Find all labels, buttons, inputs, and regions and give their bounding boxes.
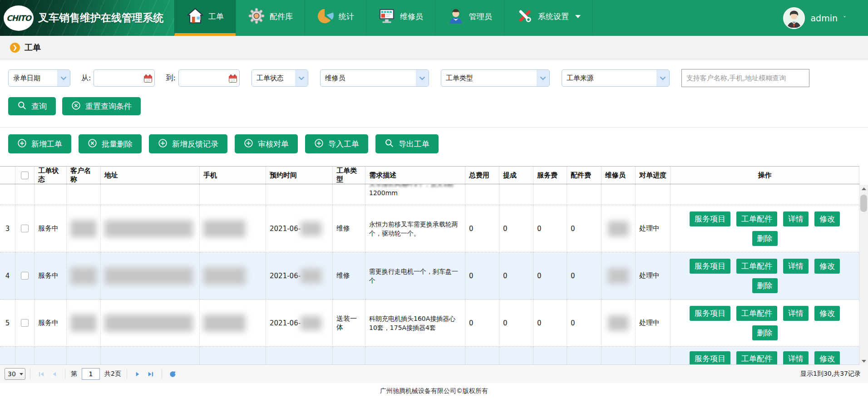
order-parts-button[interactable]: 工单配件 [736, 351, 777, 364]
delete-button[interactable]: 删除 [752, 325, 778, 340]
reset-filters-button[interactable]: 重置查询条件 [62, 97, 141, 115]
brand: CHITO 叉车销售维护在线管理系统 [0, 0, 174, 36]
service-items-button[interactable]: 服务项目 [690, 306, 730, 321]
service-items-button[interactable]: 服务项目 [690, 259, 730, 274]
date-to-input[interactable]: 17 [178, 69, 240, 87]
redacted-blur [203, 314, 246, 332]
header-col-6: 需求描述 [365, 167, 465, 184]
search-button[interactable]: 查询 [8, 97, 56, 115]
next-page-button[interactable] [133, 369, 143, 379]
chevron-down-icon [416, 69, 429, 87]
order-source-select[interactable]: 工单来源 [562, 69, 670, 87]
chevron-down-icon [20, 373, 23, 375]
user-avatar [783, 7, 805, 29]
table-header-row: 工单状态客户名称地址手机预约时间工单类型需求描述总费用提成服务费配件费维修员对单… [0, 166, 859, 184]
chevron-down-icon: ˅ [843, 15, 846, 20]
order-type-select[interactable]: 工单类型 [441, 69, 550, 87]
edit-button[interactable]: 修改 [814, 351, 840, 364]
nav-item-statistics[interactable]: 统计 [305, 0, 366, 36]
prev-page-button[interactable] [49, 369, 59, 379]
nav-item-repairman[interactable]: 维修员 [366, 0, 435, 36]
redacted-blur [70, 220, 97, 237]
batch-delete-button[interactable]: 批量删除 [79, 134, 142, 153]
user-menu[interactable]: admin ˅ [783, 0, 868, 36]
tools-icon [516, 7, 533, 26]
cell-repairman [602, 252, 636, 300]
header-col-3: 手机 [200, 167, 266, 184]
header-row-number [0, 167, 15, 184]
cell-checkbox [15, 300, 35, 347]
cell-operations: 服务项目工单配件详情修改删除 [671, 347, 859, 364]
repairman-select[interactable]: 维修员 [320, 69, 429, 87]
cell-customer-name [67, 184, 101, 205]
header-col-4: 预约时间 [266, 167, 333, 184]
repairman-value: 维修员 [325, 74, 345, 83]
home-icon [187, 7, 204, 26]
scroll-down-arrow[interactable] [859, 357, 868, 365]
import-work-orders-button[interactable]: 导入工单 [305, 134, 368, 153]
select-all-checkbox[interactable] [21, 172, 29, 179]
cell-demand-description: 永恒力前移叉车需更换承载轮两个，驱动轮一个。 [365, 205, 465, 252]
order-parts-button[interactable]: 工单配件 [736, 306, 777, 321]
cell-parts-fee: 0 [567, 205, 602, 252]
cell-appointment-time: 2021-06- [266, 205, 333, 252]
details-button[interactable]: 详情 [783, 259, 809, 274]
edit-button[interactable]: 修改 [814, 211, 840, 226]
row-checkbox[interactable] [21, 319, 29, 327]
page-size-select[interactable]: 30 [5, 368, 25, 380]
vertical-scrollbar[interactable] [859, 185, 868, 365]
details-button[interactable]: 详情 [783, 351, 809, 364]
delete-button[interactable]: 删除 [752, 278, 778, 293]
order-status-select[interactable]: 工单状态 [252, 69, 308, 87]
nav-item-administrator[interactable]: 管理员 [435, 0, 504, 36]
table-row: 服务项目工单配件详情修改删除 [0, 347, 859, 364]
delete-button[interactable]: 删除 [752, 231, 778, 246]
nav-item-system-settings[interactable]: 系统设置 [504, 0, 593, 36]
cell-demand-description: 需更换行走电机一个，刹车盘一个 [365, 252, 465, 300]
details-button[interactable]: 详情 [783, 306, 809, 321]
top-navbar: CHITO 叉车销售维护在线管理系统 工单配件库统计维修员管理员系统设置 adm… [0, 0, 868, 36]
cell-order-type [333, 184, 365, 205]
brand-logo-icon: CHITO [4, 5, 34, 31]
filter-section: 录单日期 从: 17 到: 17 工单状态 维修员 工单类型 工单来源 [0, 59, 868, 115]
cell-address [101, 347, 200, 364]
export-work-orders-button[interactable]: 导出工单 [375, 134, 439, 153]
cell-address [101, 300, 200, 347]
add-feedback-record-button[interactable]: 新增反馈记录 [149, 134, 227, 153]
scrollbar-thumb[interactable] [860, 195, 867, 212]
order-parts-button[interactable]: 工单配件 [736, 259, 777, 274]
details-button[interactable]: 详情 [783, 211, 809, 226]
service-items-button[interactable]: 服务项目 [690, 211, 730, 226]
review-reconcile-button[interactable]: 审核对单 [235, 134, 298, 153]
cell-checkbox [15, 252, 35, 300]
refresh-icon[interactable] [168, 369, 178, 379]
edit-button[interactable]: 修改 [814, 306, 840, 321]
row-checkbox[interactable] [21, 272, 29, 280]
cell-checkbox [15, 347, 35, 364]
nav-item-parts-library[interactable]: 配件库 [236, 0, 305, 36]
cell-service-fee [533, 347, 567, 364]
first-page-button[interactable] [36, 369, 46, 379]
cell-order-type [333, 347, 365, 364]
keyword-search-input[interactable] [681, 69, 809, 87]
cell-row-number: 4 [0, 252, 15, 300]
date-type-select[interactable]: 录单日期 [8, 69, 70, 87]
cell-repairman [602, 184, 636, 205]
redacted-blur [301, 269, 321, 283]
search-icon [17, 101, 27, 112]
page-number-input[interactable] [82, 368, 100, 380]
scroll-up-arrow[interactable] [859, 185, 868, 192]
person-icon [447, 7, 464, 26]
redacted-blur [301, 221, 321, 236]
nav-item-work-order[interactable]: 工单 [174, 0, 236, 36]
row-checkbox[interactable] [21, 225, 29, 232]
date-type-value: 录单日期 [13, 74, 40, 83]
cell-customer-name [67, 300, 101, 347]
redacted-blur [301, 316, 321, 330]
last-page-button[interactable] [146, 369, 156, 379]
service-items-button[interactable]: 服务项目 [690, 351, 730, 364]
order-parts-button[interactable]: 工单配件 [736, 211, 777, 226]
edit-button[interactable]: 修改 [814, 259, 840, 274]
add-work-order-button[interactable]: 新增工单 [8, 134, 71, 153]
date-from-input[interactable]: 17 [94, 69, 155, 87]
